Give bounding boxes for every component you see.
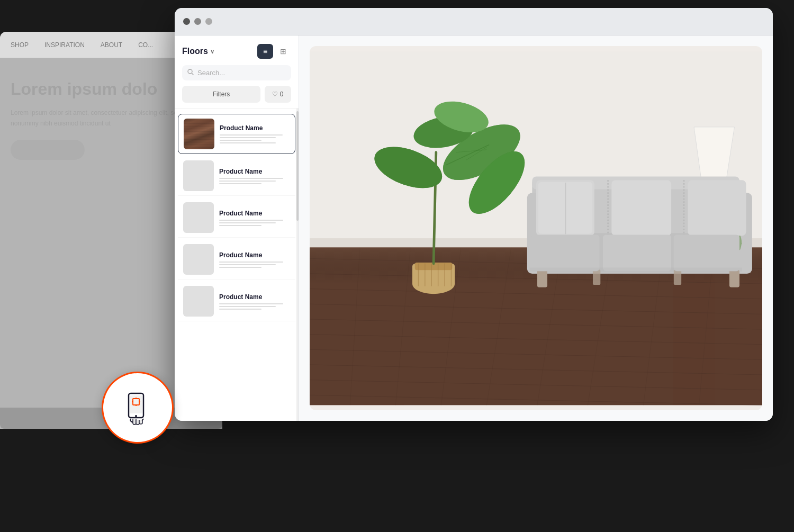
left-panel: Floors ∨ ≡ ⊞ Se <box>175 35 299 421</box>
product-lines-2 <box>219 178 290 184</box>
product-info-2: Product Name <box>219 168 290 184</box>
product-name-4: Product Name <box>219 251 290 259</box>
product-line <box>220 134 283 136</box>
panel-title-text: Floors <box>182 47 208 56</box>
list-view-button[interactable]: ≡ <box>257 44 273 59</box>
panel-header: Floors ∨ ≡ ⊞ Se <box>175 35 299 109</box>
grid-view-button[interactable]: ⊞ <box>275 44 291 59</box>
browser-chrome <box>175 8 773 35</box>
scroll-thumb <box>296 111 299 221</box>
product-line <box>219 181 276 182</box>
product-line <box>220 142 276 143</box>
favorites-button[interactable]: ♡ 0 <box>265 86 291 103</box>
product-name-3: Product Name <box>219 210 290 217</box>
svg-point-8 <box>188 69 192 74</box>
product-line <box>220 137 276 138</box>
product-name-2: Product Name <box>219 168 290 175</box>
product-line <box>219 183 261 184</box>
traffic-light-close[interactable] <box>183 18 190 25</box>
search-box[interactable]: Search... <box>182 65 291 80</box>
product-line <box>219 178 283 179</box>
product-line <box>219 303 283 304</box>
svg-rect-73 <box>537 269 547 287</box>
bg-nav-co: CO... <box>138 41 153 49</box>
ar-phone-icon <box>119 389 156 426</box>
product-info-3: Product Name <box>219 210 290 226</box>
product-line <box>219 225 261 226</box>
svg-rect-86 <box>603 235 671 271</box>
right-content-area <box>299 35 773 421</box>
product-thumb-5 <box>183 286 214 317</box>
product-item-3[interactable]: Product Name <box>178 198 295 238</box>
search-icon <box>187 69 194 77</box>
bg-nav-shop: SHOP <box>11 41 29 49</box>
product-item-1[interactable]: Product Name <box>178 114 295 154</box>
product-lines-4 <box>219 262 290 268</box>
product-thumb-4 <box>183 244 214 275</box>
browser-body: Floors ∨ ≡ ⊞ Se <box>175 35 773 421</box>
svg-rect-85 <box>531 235 599 271</box>
panel-title: Floors ∨ <box>182 47 214 56</box>
filter-row: Filters ♡ 0 <box>182 86 291 103</box>
product-list: Product Name Product Name <box>175 109 299 421</box>
product-info-5: Product Name <box>219 293 290 310</box>
product-line <box>219 262 283 263</box>
product-name-5: Product Name <box>219 293 290 301</box>
svg-rect-75 <box>593 269 600 285</box>
product-lines-3 <box>219 220 290 226</box>
browser-window: Floors ∨ ≡ ⊞ Se <box>175 8 773 421</box>
filters-button[interactable]: Filters <box>182 86 260 103</box>
room-visualization <box>310 46 762 410</box>
product-item-4[interactable]: Product Name <box>178 240 295 279</box>
product-line <box>219 267 261 268</box>
product-thumb-3 <box>183 202 214 233</box>
svg-rect-74 <box>729 269 739 287</box>
product-line <box>219 220 283 221</box>
product-name-1: Product Name <box>220 124 290 132</box>
product-info-4: Product Name <box>219 251 290 268</box>
product-lines-1 <box>220 134 290 143</box>
product-info-1: Product Name <box>220 124 290 143</box>
panel-title-row: Floors ∨ ≡ ⊞ <box>182 44 291 59</box>
panel-title-chevron-icon[interactable]: ∨ <box>210 48 214 55</box>
product-line <box>219 306 276 307</box>
bg-nav-inspiration: INSPIRATION <box>44 41 85 49</box>
product-line <box>219 222 276 223</box>
svg-line-9 <box>192 74 194 75</box>
phone-ar-icon-circle <box>103 373 172 442</box>
product-line <box>219 309 261 310</box>
product-line <box>219 264 276 265</box>
search-input[interactable]: Search... <box>197 69 225 77</box>
svg-rect-83 <box>611 180 671 236</box>
svg-rect-76 <box>674 269 681 285</box>
bg-cta-button <box>11 140 85 160</box>
product-lines-5 <box>219 303 290 310</box>
scroll-indicator[interactable] <box>296 109 299 421</box>
view-toggle: ≡ ⊞ <box>257 44 291 59</box>
room-scene-svg <box>310 46 762 410</box>
svg-rect-84 <box>688 180 746 236</box>
traffic-light-minimize[interactable] <box>194 18 201 25</box>
svg-rect-88 <box>530 268 742 272</box>
product-item-5[interactable]: Product Name <box>178 282 295 321</box>
svg-rect-87 <box>674 235 739 271</box>
product-thumb-1 <box>184 119 214 149</box>
product-item-2[interactable]: Product Name <box>178 156 295 196</box>
svg-point-2 <box>135 415 137 417</box>
product-line <box>220 140 261 141</box>
product-thumb-2 <box>183 160 214 191</box>
traffic-light-fullscreen[interactable] <box>205 18 212 25</box>
bg-nav-about: ABOUT <box>101 41 122 49</box>
